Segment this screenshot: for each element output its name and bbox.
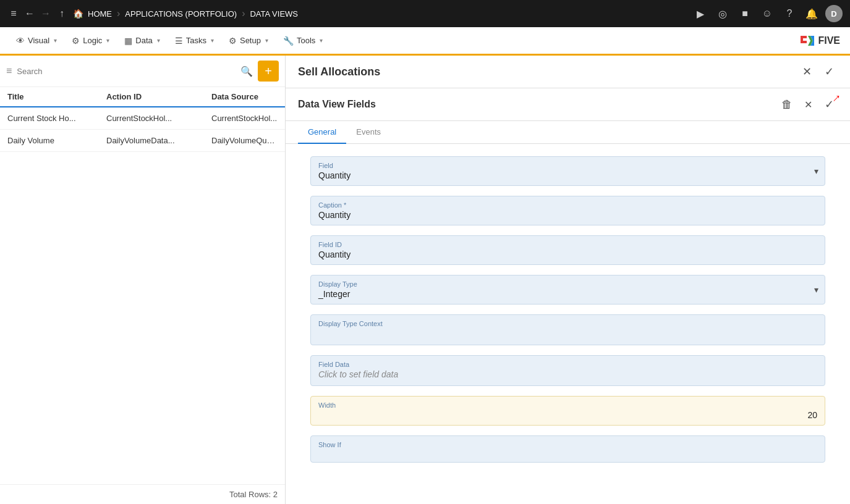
back-button[interactable]: ← <box>23 7 36 20</box>
field-data-field[interactable]: Field Data Click to set field data <box>310 355 825 386</box>
width-group: Width 20 <box>310 396 825 426</box>
five-logo: FIVE <box>798 33 840 48</box>
field-id-value: Quantity <box>318 250 817 259</box>
field-id-field[interactable]: Field ID Quantity <box>310 235 825 265</box>
row-2-data-source: DailyVolumeQuer... <box>211 136 278 145</box>
display-type-context-field[interactable]: Display Type Context <box>310 314 825 345</box>
tasks-icon: ☰ <box>175 36 183 46</box>
display-type-select[interactable]: Display Type _Integer ▾ <box>310 275 825 304</box>
right-panel: Sell Allocations ✕ ✓ Data View Fields 🗑 … <box>286 56 850 504</box>
display-type-context-group: Display Type Context <box>310 314 825 345</box>
applications-link[interactable]: APPLICATIONS (PORTFOLIO) <box>125 9 237 19</box>
logic-chevron: ▾ <box>106 37 109 44</box>
sidebar-footer: Total Rows: 2 <box>0 484 285 504</box>
field-value: Quantity <box>318 170 817 180</box>
svg-marker-0 <box>801 36 807 43</box>
header-title: Title <box>7 92 106 101</box>
setup-label: Setup <box>240 36 261 45</box>
tasks-label: Tasks <box>186 36 206 45</box>
tab-events[interactable]: Events <box>346 121 391 144</box>
header-action-id: Action ID <box>106 92 211 101</box>
add-button[interactable]: + <box>258 61 279 82</box>
display-type-context-label: Display Type Context <box>318 320 817 327</box>
visual-icon: 👁 <box>16 36 25 46</box>
caption-field[interactable]: Caption * Quantity <box>310 196 825 225</box>
row-1-data-source: CurrentStockHol... <box>211 114 278 123</box>
menu-icon[interactable]: ≡ <box>7 7 20 20</box>
tools-label: Tools <box>297 36 315 45</box>
menu-bar: 👁 Visual ▾ ⚙ Logic ▾ ▦ Data ▾ ☰ Tasks ▾ … <box>0 27 850 56</box>
row-2-title: Daily Volume <box>7 136 106 145</box>
panel-title: Sell Allocations <box>298 65 798 78</box>
width-field[interactable]: Width 20 <box>310 396 825 426</box>
panel-confirm-button[interactable]: ✓ <box>820 63 838 80</box>
dvf-confirm-button[interactable]: ✓ <box>820 96 838 113</box>
data-menu[interactable]: ▦ Data ▾ <box>118 32 166 49</box>
logic-menu[interactable]: ⚙ Logic ▾ <box>66 32 116 49</box>
data-icon: ▦ <box>124 36 132 46</box>
five-brand-text: FIVE <box>818 35 840 46</box>
search-icon[interactable]: 🔍 <box>240 65 253 77</box>
show-if-field[interactable]: Show If <box>310 435 825 463</box>
breadcrumb-sep-2: › <box>242 8 245 19</box>
stop-button[interactable]: ■ <box>736 5 754 22</box>
dvf-header: Data View Fields 🗑 ✕ ✓ <box>286 88 850 121</box>
breadcrumb-sep-1: › <box>117 8 120 19</box>
table-row[interactable]: Daily Volume DailyVolumeData... DailyVol… <box>0 130 285 152</box>
field-data-value: Click to set field data <box>318 369 817 379</box>
show-if-label: Show If <box>318 441 817 448</box>
total-rows-label: Total Rows: 2 <box>229 490 278 499</box>
visual-menu[interactable]: 👁 Visual ▾ <box>10 32 63 49</box>
top-bar-right: ▶ ◎ ■ ☺ ? 🔔 D <box>692 5 843 22</box>
field-dropdown-icon: ▾ <box>814 166 818 176</box>
logic-icon: ⚙ <box>72 36 80 46</box>
notifications-button[interactable]: 🔔 <box>803 5 820 22</box>
data-views-link[interactable]: DATA VIEWS <box>250 9 298 19</box>
row-2-action-id: DailyVolumeData... <box>106 136 211 145</box>
display-type-label: Display Type <box>318 280 817 288</box>
field-id-group: Field ID Quantity <box>310 235 825 265</box>
search-input[interactable] <box>17 67 236 76</box>
five-logo-icon <box>798 33 817 48</box>
user-avatar[interactable]: D <box>825 5 843 22</box>
header-data-source: Data Source <box>211 92 278 101</box>
setup-chevron: ▾ <box>265 37 268 44</box>
field-data-group: Field Data Click to set field data <box>310 355 825 386</box>
table-rows: Current Stock Ho... CurrentStockHol... C… <box>0 107 285 484</box>
form-content: Field Quantity ▾ Caption * Quantity Fiel <box>286 144 850 504</box>
tasks-menu[interactable]: ☰ Tasks ▾ <box>169 32 220 49</box>
field-label: Field <box>318 162 817 169</box>
tab-general[interactable]: General <box>298 121 346 144</box>
play-button[interactable]: ▶ <box>692 5 709 22</box>
row-1-title: Current Stock Ho... <box>7 114 106 123</box>
panel-close-button[interactable]: ✕ <box>798 63 815 80</box>
setup-menu[interactable]: ⚙ Setup ▾ <box>223 32 274 49</box>
main-area: ≡ 🔍 + Title Action ID Data Source Curren… <box>0 56 850 504</box>
dvf-title: Data View Fields <box>298 99 778 110</box>
tools-chevron: ▾ <box>320 37 323 44</box>
sell-allocations-header: Sell Allocations ✕ ✓ <box>286 56 850 88</box>
help-button[interactable]: ? <box>781 5 798 22</box>
chat-button[interactable]: ☺ <box>759 5 776 22</box>
visual-chevron: ▾ <box>54 37 57 44</box>
display-type-group: Display Type _Integer ▾ <box>310 275 825 304</box>
tools-icon: 🔧 <box>283 36 294 46</box>
dvf-close-button[interactable]: ✕ <box>799 96 817 113</box>
width-label: Width <box>318 401 817 409</box>
field-select[interactable]: Field Quantity ▾ <box>310 156 825 186</box>
table-row[interactable]: Current Stock Ho... CurrentStockHol... C… <box>0 107 285 130</box>
data-chevron: ▾ <box>157 37 160 44</box>
display-type-value: _Integer <box>318 289 817 299</box>
search-button[interactable]: ◎ <box>714 5 731 22</box>
home-link[interactable]: HOME <box>88 9 112 19</box>
filter-icon[interactable]: ≡ <box>6 65 12 77</box>
visual-label: Visual <box>28 36 49 45</box>
dvf-actions: 🗑 ✕ ✓ <box>778 96 838 113</box>
width-value: 20 <box>318 410 817 420</box>
home-icon: 🏠 <box>72 7 84 20</box>
caption-value: Quantity <box>318 210 817 220</box>
up-button[interactable]: ↑ <box>56 7 68 20</box>
tools-menu[interactable]: 🔧 Tools ▾ <box>277 32 329 49</box>
forward-button[interactable]: → <box>40 7 52 20</box>
dvf-delete-button[interactable]: 🗑 <box>778 96 796 113</box>
